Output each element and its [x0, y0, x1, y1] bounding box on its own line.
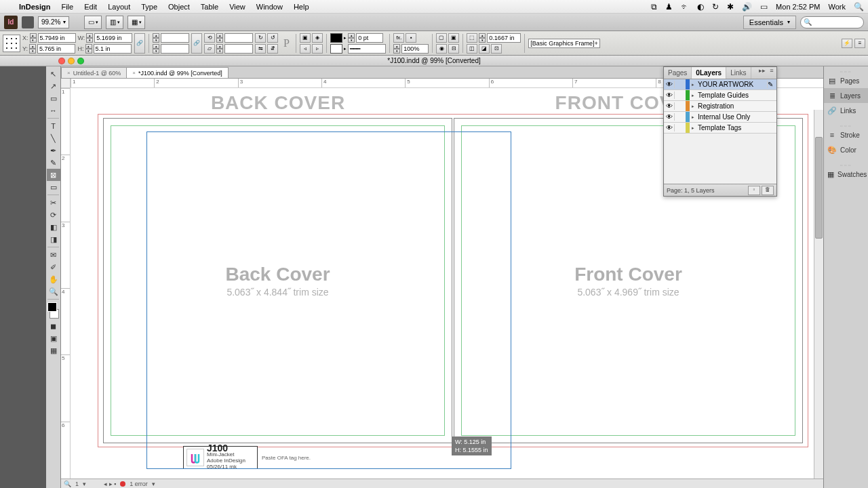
visibility-toggle-icon[interactable]: 👁	[664, 124, 675, 131]
select-content-button[interactable]: ◈	[312, 33, 323, 43]
line-tool[interactable]: ╲	[47, 132, 60, 144]
panel-menu-icon[interactable]: ≡	[767, 67, 776, 79]
status-bluetooth-icon[interactable]: ✱	[723, 2, 738, 12]
wrap-jump-button[interactable]: ⊟	[448, 44, 459, 54]
document-tab[interactable]: ×Untitled-1 @ 60%	[61, 67, 127, 78]
preview-view-button[interactable]: ▦	[47, 344, 60, 357]
layer-name[interactable]: YOUR ARTWORK	[696, 81, 767, 88]
menu-window[interactable]: Window	[251, 3, 288, 11]
constrain-scale-icon[interactable]: 🔗	[191, 33, 202, 54]
select-container-button[interactable]: ▣	[300, 33, 311, 43]
status-page-number[interactable]: 1	[75, 481, 79, 487]
drop-shadow-button[interactable]: ▪	[406, 33, 416, 43]
object-style-select[interactable]: [Basic Graphics Frame]+	[528, 39, 599, 48]
corner-size-input[interactable]: 0.1667 in	[487, 33, 521, 43]
close-tab-icon[interactable]: ×	[132, 70, 136, 76]
visibility-toggle-icon[interactable]: 👁	[664, 92, 675, 99]
x-position-input[interactable]: 5.7949 in	[38, 33, 76, 43]
dock-color[interactable]: 🎨Color	[824, 142, 868, 157]
fit-content-button[interactable]: ◫	[467, 44, 477, 54]
vertical-ruler[interactable]: 123456	[61, 88, 71, 488]
rectangle-tool[interactable]: ▭	[47, 181, 60, 193]
panel-menu-button[interactable]: ≡	[854, 39, 865, 48]
zoom-tool[interactable]: 🔍	[47, 285, 60, 298]
selection-tool[interactable]: ↖	[47, 68, 60, 80]
menu-edit[interactable]: Edit	[79, 3, 102, 11]
rotate-ccw-button[interactable]: ↺	[267, 33, 278, 43]
fill-stroke-swatches[interactable]	[47, 302, 59, 319]
status-clock[interactable]: Mon 2:52 PM	[772, 3, 824, 11]
flip-h-button[interactable]: ⇋	[255, 44, 266, 54]
layer-row[interactable]: 👁 ▸ Template Tags	[664, 123, 776, 134]
screen-mode-button[interactable]: ▥	[106, 16, 123, 29]
visibility-toggle-icon[interactable]: 👁	[664, 81, 675, 88]
menu-layout[interactable]: Layout	[102, 3, 136, 11]
status-ink-icon[interactable]: ♟	[661, 2, 677, 12]
direct-selection-tool[interactable]: ↗	[47, 80, 60, 92]
pencil-tool[interactable]: ✎	[47, 157, 60, 169]
y-position-input[interactable]: 5.765 in	[37, 44, 75, 54]
arrange-docs-button[interactable]: ▦	[127, 16, 145, 29]
status-screenshare-icon[interactable]: ⧉	[647, 2, 661, 12]
free-transform-tool[interactable]: ⟳	[47, 209, 60, 221]
panel-collapse-icon[interactable]: ▸▸	[757, 67, 767, 79]
status-user[interactable]: Work	[825, 3, 850, 11]
layer-name[interactable]: Internal Use Only	[696, 113, 767, 121]
disclosure-icon[interactable]: ▸	[690, 104, 696, 109]
layer-row[interactable]: 👁 ▸ YOUR ARTWORK ✎	[664, 79, 776, 90]
hand-tool[interactable]: ✋	[47, 273, 60, 285]
visibility-toggle-icon[interactable]: 👁	[664, 113, 675, 121]
gradient-feather-tool[interactable]: ◨	[47, 233, 60, 245]
document-tab[interactable]: ×*J100.indd @ 99% [Converted]	[126, 67, 228, 78]
menu-type[interactable]: Type	[136, 3, 163, 11]
ruler-origin[interactable]	[61, 79, 71, 88]
rectangle-frame-tool[interactable]: ⊠	[47, 169, 60, 181]
bridge-icon[interactable]	[22, 16, 34, 28]
dock-stroke[interactable]: ≡Stroke	[824, 127, 868, 142]
shear-input[interactable]	[224, 44, 253, 54]
height-input[interactable]: 5.1 in	[94, 44, 132, 54]
dock-layers[interactable]: ≣Layers	[824, 88, 868, 103]
disclosure-icon[interactable]: ▸	[690, 125, 696, 131]
layer-name[interactable]: Template Tags	[696, 124, 767, 131]
quick-apply-button[interactable]: ⚡	[842, 39, 852, 48]
opacity-input[interactable]: 100%	[401, 44, 429, 54]
page-tool[interactable]: ▭	[47, 92, 60, 104]
stroke-swatch[interactable]	[330, 44, 342, 54]
layer-row[interactable]: 👁 ▸ Internal Use Only	[664, 112, 776, 123]
status-zoom-icon[interactable]: 🔍	[64, 481, 71, 487]
scale-y-input[interactable]	[161, 44, 189, 54]
panel-tab-links[interactable]: Links	[726, 67, 751, 79]
menu-object[interactable]: Object	[163, 3, 195, 11]
pen-tool[interactable]: ✒	[47, 144, 60, 157]
new-layer-button[interactable]: ▫	[748, 186, 760, 195]
disclosure-icon[interactable]: ▸	[690, 82, 696, 87]
visibility-toggle-icon[interactable]: 👁	[664, 102, 675, 110]
fit-frame-button[interactable]: ◪	[479, 44, 490, 54]
corner-options-icon[interactable]: ⬚	[467, 33, 477, 43]
status-wifi-icon[interactable]: ᯤ	[677, 2, 693, 12]
preflight-error-text[interactable]: 1 error	[130, 481, 148, 487]
dock-links[interactable]: 🔗Links	[824, 103, 868, 118]
layer-name[interactable]: Registration	[696, 102, 767, 110]
wrap-bbox-button[interactable]: ▣	[448, 33, 459, 43]
delete-layer-button[interactable]: 🗑	[762, 186, 774, 195]
flip-v-button[interactable]: ⇵	[267, 44, 278, 54]
reference-point-grid[interactable]	[3, 35, 20, 52]
wrap-none-button[interactable]: ▢	[436, 33, 447, 43]
menu-view[interactable]: View	[224, 3, 251, 11]
status-battery-icon[interactable]: ▭	[756, 2, 772, 12]
scale-x-input[interactable]	[161, 33, 189, 43]
rotation-input[interactable]	[224, 33, 253, 43]
back-cover-page[interactable]: Back Cover 5.063˝ x 4.844˝ trim size	[103, 118, 452, 443]
spotlight-icon[interactable]: 🔍	[850, 2, 868, 12]
select-prev-button[interactable]: ◃	[300, 44, 311, 54]
gradient-swatch-tool[interactable]: ◧	[47, 221, 60, 233]
status-volume-icon[interactable]: 🔊	[738, 2, 756, 12]
close-window-button[interactable]	[58, 58, 65, 64]
vertical-scrollbar[interactable]	[814, 110, 823, 479]
view-options-button[interactable]: ▭	[84, 16, 102, 29]
fx-button[interactable]: fx.	[393, 33, 404, 43]
menu-file[interactable]: File	[56, 3, 79, 11]
minimize-window-button[interactable]	[68, 58, 75, 64]
